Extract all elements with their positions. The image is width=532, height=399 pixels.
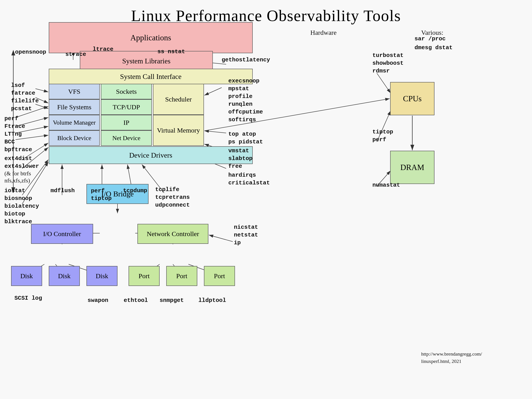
layer-filesystems: File Systems <box>49 99 100 115</box>
device-drivers-label: Device Drivers <box>129 151 172 159</box>
virtual-memory-label: Virtual Memory <box>157 127 200 134</box>
syscall-label: System Call Interface <box>120 72 181 81</box>
layer-scheduler: Scheduler <box>153 84 204 115</box>
tool-ethtool: ethtool <box>124 297 148 304</box>
tool-ext4dist: ext4dist <box>4 155 32 162</box>
layer-applications: Applications <box>49 22 253 53</box>
ip-label: IP <box>123 119 129 126</box>
svg-line-43 <box>209 235 233 242</box>
box-io-controller: I/O Controller <box>31 224 93 244</box>
tool-criticalstat: criticalstat <box>228 180 270 186</box>
tool-bcc: BCC <box>4 139 15 145</box>
box-dram: DRAM <box>390 151 434 184</box>
layer-volmgr: Volume Manager <box>49 115 100 130</box>
svg-line-19 <box>204 88 222 95</box>
tool-tcplife: tcplife <box>155 186 179 193</box>
tool-free: free <box>228 163 242 170</box>
tool-mdflush: mdflush <box>51 187 75 194</box>
tool-rdmsr: rdmsr <box>372 68 390 74</box>
applications-label: Applications <box>130 33 171 42</box>
tool-mpstat: mpstat <box>228 85 249 92</box>
tool-biolatency: biolatency <box>4 203 39 209</box>
box-disk-1: Disk <box>11 266 42 286</box>
svg-line-10 <box>35 104 48 109</box>
box-net-controller: Network Controller <box>137 224 208 244</box>
tool-swapon: swapon <box>88 297 108 304</box>
tool-execsnoop: execsnoop <box>228 78 259 84</box>
net-controller-label: Network Controller <box>147 230 199 238</box>
tool-ip: ip <box>234 239 241 246</box>
tool-udpconnect: udpconnect <box>155 202 190 208</box>
port-3-label: Port <box>214 272 225 280</box>
tool-ftrace: Ftrace <box>4 123 25 130</box>
svg-line-8 <box>35 89 48 92</box>
tool-slabtop: slabtop <box>228 155 253 162</box>
tool-lldptool: lldptool <box>198 297 226 304</box>
tool-netstat: netstat <box>234 232 258 238</box>
disk-3-label: Disk <box>96 272 108 280</box>
footer-url: http://www.brendangregg.com/ linuxperf.h… <box>421 350 482 365</box>
tool-hardirqs: hardirqs <box>228 172 256 178</box>
vfs-label: VFS <box>68 88 80 95</box>
filesystems-label: File Systems <box>57 103 91 111</box>
box-port-1: Port <box>129 266 160 286</box>
port-1-label: Port <box>139 272 150 280</box>
layer-net-device: Net Device <box>101 130 152 146</box>
layer-vfs: VFS <box>49 84 100 99</box>
tool-ltrace: ltrace <box>93 46 114 52</box>
layer-virtual-memory: Virtual Memory <box>153 115 204 146</box>
sys-libraries-label: System Libraries <box>122 57 171 65</box>
various-label: Various: <box>421 29 443 36</box>
tool-sar-proc: sar /proc <box>415 35 446 42</box>
tool-nfs-xfs-zfs: nfs,xfs,zfs) <box>4 177 30 184</box>
tool-fatrace: fatrace <box>11 90 35 96</box>
tool-turbostat: turbostat <box>372 52 403 59</box>
tool-biosnoop: biosnoop <box>4 195 32 202</box>
tool-filelife: filelife <box>11 98 39 104</box>
tool-btrfs-note: (& for btrfs <box>4 170 31 177</box>
layer-ip: IP <box>101 115 152 130</box>
tool-perf: perf <box>4 115 18 122</box>
tool-gethostlatency: gethostlatency <box>222 57 270 63</box>
tool-biotop: biotop <box>4 211 25 217</box>
layer-tcpudp: TCP/UDP <box>101 99 152 115</box>
box-disk-3: Disk <box>86 266 117 286</box>
tool-dmesg-dstat: dmesg dstat <box>415 44 453 51</box>
tool-scsi-log: SCSI log <box>14 295 42 301</box>
tcpudp-label: TCP/UDP <box>113 103 140 111</box>
layer-syscall: System Call Interface <box>49 69 253 84</box>
layer-sys-libraries: System Libraries <box>80 51 213 71</box>
box-disk-2: Disk <box>49 266 80 286</box>
volmgr-label: Volume Manager <box>53 119 95 126</box>
sockets-label: Sockets <box>116 88 137 95</box>
layer-block-device: Block Device <box>49 130 100 146</box>
tool-tiptop: tiptop <box>372 129 393 135</box>
tool-top-atop: top atop <box>228 131 256 137</box>
layer-sockets: Sockets <box>101 84 152 99</box>
cpus-label: CPUs <box>403 94 422 103</box>
tool-vmstat: vmstat <box>228 147 249 154</box>
tool-showboost: showboost <box>372 60 403 66</box>
port-2-label: Port <box>176 272 187 280</box>
tool-tcpretrans: tcpretrans <box>155 194 190 201</box>
hardware-label: Hardware <box>310 29 336 36</box>
box-port-2: Port <box>166 266 197 286</box>
scheduler-label: Scheduler <box>165 95 192 103</box>
tool-tcpdump: tcpdump <box>123 187 147 194</box>
tool-lsof: lsof <box>11 82 25 89</box>
tool-offcputime: offcputime <box>228 109 263 115</box>
svg-line-20 <box>377 73 391 93</box>
tool-strace: strace <box>65 51 86 58</box>
tool-numastat: numastat <box>372 182 400 188</box>
tool-runqlen: runqlen <box>228 101 253 108</box>
tool-ss-nstat: ss nstat <box>157 48 185 55</box>
disk-2-label: Disk <box>58 272 71 280</box>
tool-ext4slower: ext4slower <box>4 163 39 170</box>
io-controller-label: I/O Controller <box>43 230 81 238</box>
tool-blktrace: blktrace <box>4 218 32 225</box>
tool-pcstat: pcstat <box>11 105 32 112</box>
tool-bpftrace: bpftrace <box>4 146 32 153</box>
tool-perf-tiptop: perf tiptop <box>91 187 112 202</box>
tool-softirqs: softirqs <box>228 116 256 123</box>
block-device-label: Block Device <box>57 134 91 142</box>
